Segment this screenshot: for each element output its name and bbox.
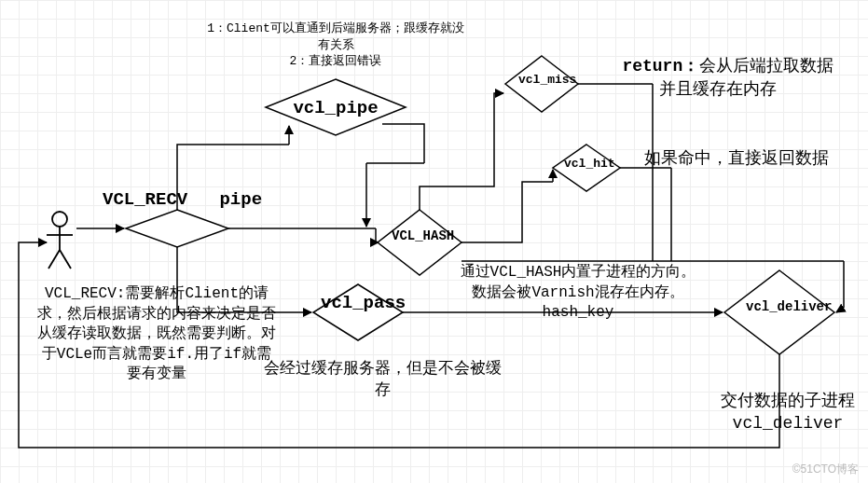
label-vcl-pipe: vcl_pipe xyxy=(289,97,382,121)
note-return-label: return： xyxy=(622,57,699,76)
label-vcl-deliver: vcl_deliver xyxy=(746,298,813,316)
label-vcl-hash: VCL_HASH xyxy=(392,228,448,245)
note-return: return：会从后端拉取数据并且缓存在内存 xyxy=(597,33,839,101)
svg-line-4 xyxy=(60,250,71,269)
svg-line-3 xyxy=(48,250,60,269)
label-vcl-miss: vcl_miss xyxy=(518,72,565,89)
watermark: ©51CTO博客 xyxy=(792,462,859,477)
label-vcl-recv: VCL_RECV pipe xyxy=(103,188,289,213)
note-deliver: 交付数据的子进程 vcl_deliver xyxy=(709,390,867,435)
svg-line-19 xyxy=(836,308,844,312)
note-pipe: 1：Client可以直通到后端服务器；跟缓存就没有关系 2：直接返回错误 xyxy=(205,21,466,70)
note-hit: 如果命中，直接返回数据 xyxy=(643,147,830,170)
note-hash: 通过VCL_HASH内置子进程的方向。数据会被Varnish混存在内存。hash… xyxy=(457,263,699,324)
label-vcl-hit: vcl_hit xyxy=(564,156,609,172)
svg-point-0 xyxy=(52,212,67,227)
note-pass: 会经过缓存服务器，但是不会被缓存 xyxy=(261,359,503,402)
actor-icon xyxy=(47,212,73,269)
node-vcl-recv xyxy=(126,210,228,247)
label-vcl-pass: vcl_pass xyxy=(321,292,395,316)
note-recv: VCL_RECV:需要解析Client的请求，然后根据请求的内容来决定是否从缓存… xyxy=(35,284,278,385)
